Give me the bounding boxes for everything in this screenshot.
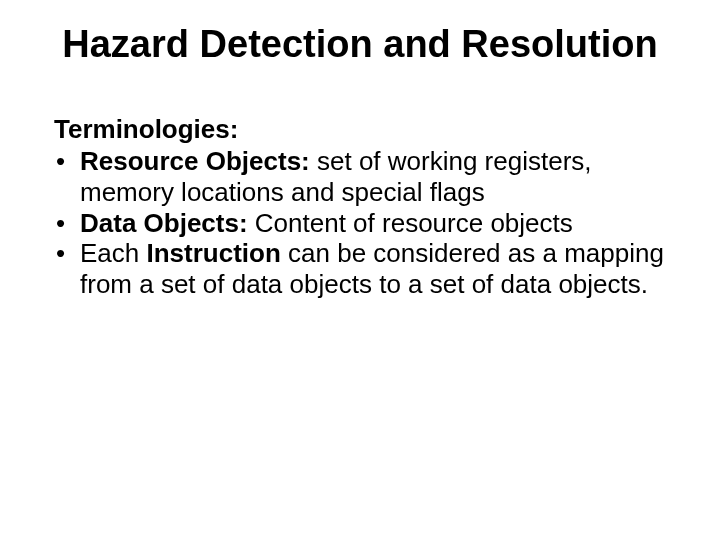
slide: Hazard Detection and Resolution Terminol… [0,0,720,540]
bullet-list: Resource Objects: set of working registe… [54,146,666,299]
bullet-pre: Each [80,238,147,268]
list-item: Each Instruction can be considered as a … [54,238,666,299]
bullet-term: Resource Objects: [80,146,317,176]
bullet-desc: Content of resource objects [255,208,573,238]
slide-body: Terminologies: Resource Objects: set of … [0,66,720,300]
slide-title: Hazard Detection and Resolution [0,0,720,66]
body-subhead: Terminologies: [54,114,666,145]
list-item: Resource Objects: set of working registe… [54,146,666,207]
list-item: Data Objects: Content of resource object… [54,208,666,239]
bullet-term: Instruction [147,238,281,268]
bullet-term: Data Objects: [80,208,255,238]
